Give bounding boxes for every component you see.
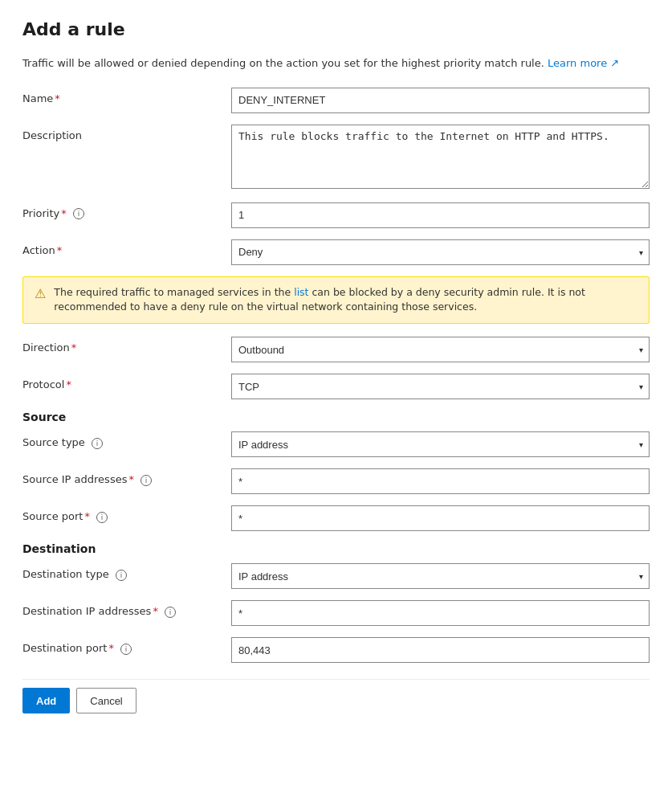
destination-section-heading: Destination: [22, 542, 650, 555]
source-port-input[interactable]: [231, 505, 650, 531]
protocol-control: Any TCP UDP ICMP ▾: [231, 374, 650, 399]
source-ip-row: Source IP addresses* i: [22, 468, 650, 494]
priority-label: Priority* i: [22, 202, 231, 220]
protocol-row: Protocol* Any TCP UDP ICMP ▾: [22, 374, 650, 399]
source-type-select[interactable]: IP address Service tag: [231, 431, 650, 457]
source-port-control: [231, 505, 650, 531]
button-row: Add Cancel: [22, 679, 650, 713]
dest-ip-label: Destination IP addresses* i: [22, 600, 231, 618]
action-row: Action* Allow Deny Always Allow ▾: [22, 239, 650, 265]
priority-control: [231, 202, 650, 228]
source-ip-input[interactable]: [231, 468, 650, 494]
priority-info-icon[interactable]: i: [73, 208, 84, 219]
description-label: Description: [22, 125, 231, 141]
dest-ip-row: Destination IP addresses* i: [22, 600, 650, 626]
protocol-label: Protocol*: [22, 374, 231, 390]
name-input[interactable]: [231, 88, 650, 113]
source-type-row: Source type i IP address Service tag ▾: [22, 431, 650, 457]
dest-port-info-icon[interactable]: i: [120, 644, 132, 655]
description-textarea[interactable]: This rule blocks traffic to the Internet…: [231, 125, 650, 189]
name-row: Name*: [22, 88, 650, 113]
dest-port-row: Destination port* i: [22, 637, 650, 663]
dest-ip-info-icon[interactable]: i: [165, 607, 176, 618]
source-port-info-icon[interactable]: i: [96, 512, 108, 523]
priority-row: Priority* i: [22, 202, 650, 228]
warning-list-link[interactable]: list: [294, 286, 308, 298]
dest-type-control: IP address Service tag ▾: [231, 563, 650, 589]
action-select[interactable]: Allow Deny Always Allow: [231, 239, 650, 265]
source-type-info-icon[interactable]: i: [92, 438, 103, 449]
warning-icon: ⚠: [35, 286, 46, 301]
page-title: Add a rule: [22, 19, 650, 39]
intro-text: Traffic will be allowed or denied depend…: [22, 55, 650, 72]
cancel-button[interactable]: Cancel: [76, 688, 136, 713]
direction-row: Direction* Inbound Outbound ▾: [22, 337, 650, 362]
protocol-select[interactable]: Any TCP UDP ICMP: [231, 374, 650, 399]
description-row: Description This rule blocks traffic to …: [22, 125, 650, 191]
source-section-heading: Source: [22, 411, 650, 423]
action-control: Allow Deny Always Allow ▾: [231, 239, 650, 265]
learn-more-link[interactable]: Learn more ↗: [548, 57, 619, 69]
warning-text: The required traffic to managed services…: [54, 285, 637, 316]
dest-type-info-icon[interactable]: i: [116, 570, 127, 581]
direction-control: Inbound Outbound ▾: [231, 337, 650, 362]
description-control: This rule blocks traffic to the Internet…: [231, 125, 650, 191]
source-ip-info-icon[interactable]: i: [141, 475, 152, 486]
dest-ip-input[interactable]: [231, 600, 650, 626]
source-type-control: IP address Service tag ▾: [231, 431, 650, 457]
priority-input[interactable]: [231, 202, 650, 228]
source-port-label: Source port* i: [22, 505, 231, 523]
warning-box: ⚠ The required traffic to managed servic…: [22, 276, 650, 325]
direction-select[interactable]: Inbound Outbound: [231, 337, 650, 362]
source-port-row: Source port* i: [22, 505, 650, 531]
add-button[interactable]: Add: [22, 688, 70, 713]
source-ip-control: [231, 468, 650, 494]
dest-ip-control: [231, 600, 650, 626]
dest-type-label: Destination type i: [22, 563, 231, 581]
source-ip-label: Source IP addresses* i: [22, 468, 231, 486]
dest-port-control: [231, 637, 650, 663]
dest-port-input[interactable]: [231, 637, 650, 663]
name-label: Name*: [22, 88, 231, 104]
name-control: [231, 88, 650, 113]
direction-label: Direction*: [22, 337, 231, 354]
action-label: Action*: [22, 239, 231, 256]
dest-type-row: Destination type i IP address Service ta…: [22, 563, 650, 589]
source-type-label: Source type i: [22, 431, 231, 449]
dest-type-select[interactable]: IP address Service tag: [231, 563, 650, 589]
dest-port-label: Destination port* i: [22, 637, 231, 655]
